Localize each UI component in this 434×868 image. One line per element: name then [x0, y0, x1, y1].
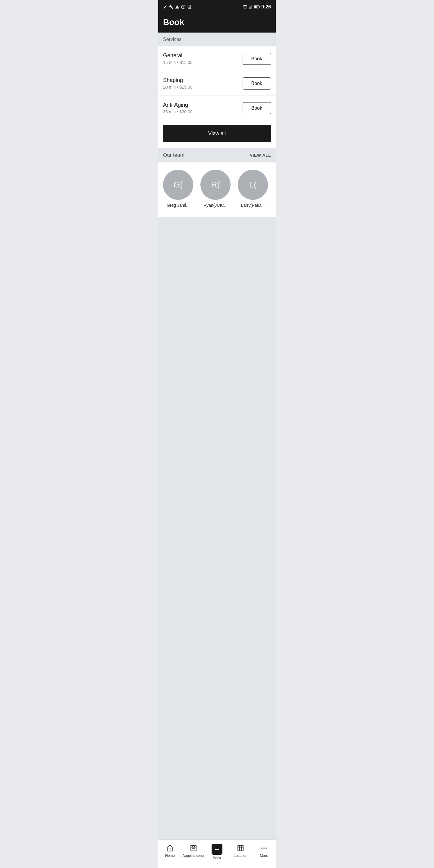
edit-icon [163, 5, 167, 9]
svg-point-28 [264, 847, 265, 849]
svg-rect-6 [249, 7, 249, 9]
bottom-navigation: Home Appointments Book [158, 839, 276, 868]
service-details-general: 15 min • $15.00 [163, 60, 193, 65]
svg-point-27 [261, 847, 262, 849]
team-member-greg[interactable]: G( Greg Jami... [163, 170, 193, 208]
svg-point-29 [266, 847, 267, 849]
book-button-general[interactable]: Book [243, 53, 271, 65]
nav-label-location: Location [234, 854, 247, 858]
wifi-icon [243, 5, 247, 9]
nav-item-appointments[interactable]: Appointments [182, 842, 205, 862]
view-all-services-button[interactable]: View all [163, 125, 271, 142]
more-icon [260, 844, 268, 852]
nav-label-appointments: Appointments [182, 854, 204, 858]
member-name-larry: Larry(FatD... [241, 203, 265, 208]
nav-label-more: More [260, 854, 268, 858]
svg-point-1 [183, 6, 184, 7]
avatar-ryan: R( [200, 170, 230, 200]
battery-icon [254, 5, 260, 9]
team-member-ryan[interactable]: R( Ryan(JUIC... [200, 170, 230, 208]
svg-rect-4 [190, 7, 190, 7]
time-display: 9:26 [261, 4, 271, 10]
nav-item-more[interactable]: More [252, 842, 276, 862]
book-button-shaping[interactable]: Book [243, 78, 271, 90]
svg-rect-2 [188, 5, 190, 9]
avatar-greg: G( [163, 170, 193, 200]
location-icon [236, 844, 245, 852]
team-view-all-link[interactable]: VIEW ALL [250, 153, 271, 158]
page-title: Book [163, 18, 271, 27]
nav-item-location[interactable]: Location [229, 842, 252, 862]
svg-rect-11 [259, 6, 260, 7]
signal-icon [249, 5, 253, 9]
svg-rect-5 [189, 7, 190, 8]
service-name-general: General [163, 53, 193, 59]
book-button-antiaging[interactable]: Book [243, 102, 271, 114]
svg-rect-22 [238, 845, 243, 851]
sim-icon [187, 5, 191, 9]
wrench-icon [169, 5, 173, 9]
plus-icon [212, 844, 222, 855]
team-members-list: G( Greg Jami... R( Ryan(JUIC... L( Larry… [158, 162, 276, 217]
member-name-greg: Greg Jami... [167, 203, 190, 208]
svg-rect-9 [251, 5, 252, 9]
service-item-shaping: Shaping 20 min • $15.00 Book [158, 71, 276, 96]
home-icon [166, 844, 174, 852]
team-member-larry[interactable]: L( Larry(FatD... [238, 170, 268, 208]
appointments-icon [189, 844, 198, 852]
nav-item-book[interactable]: Book [205, 842, 229, 862]
status-bar: 9:26 [158, 0, 276, 13]
service-info-shaping: Shaping 20 min • $15.00 [163, 77, 193, 90]
member-name-ryan: Ryan(JUIC... [204, 203, 227, 208]
services-section-header: Services [158, 33, 276, 46]
circle-dot-icon [181, 5, 185, 9]
avatar-larry: L( [238, 170, 268, 200]
service-details-antiaging: 35 min • $30.00 [163, 110, 193, 114]
service-info-general: General 15 min • $15.00 [163, 53, 193, 65]
service-name-shaping: Shaping [163, 77, 193, 84]
service-item-antiaging: Anti-Aging 35 min • $30.00 Book [158, 96, 276, 120]
status-icons-left [163, 5, 191, 9]
svg-rect-7 [250, 7, 250, 9]
service-item-general: General 15 min • $15.00 Book [158, 46, 276, 71]
service-details-shaping: 20 min • $15.00 [163, 85, 193, 90]
svg-rect-8 [250, 6, 251, 9]
team-label: Our team [163, 152, 184, 158]
service-name-antiaging: Anti-Aging [163, 102, 193, 108]
services-list: General 15 min • $15.00 Book Shaping 20 … [158, 46, 276, 120]
svg-rect-3 [189, 7, 189, 7]
page-header: Book [158, 13, 276, 33]
service-info-antiaging: Anti-Aging 35 min • $30.00 [163, 102, 193, 114]
nav-item-home[interactable]: Home [158, 842, 182, 862]
status-icons-right: 9:26 [243, 4, 271, 10]
warning-icon [175, 5, 179, 9]
team-section-header: Our team VIEW ALL [158, 148, 276, 162]
nav-label-home: Home [165, 854, 175, 858]
content-area [158, 217, 276, 839]
svg-rect-12 [254, 6, 257, 8]
view-all-container: View all [158, 120, 276, 148]
nav-label-book: Book [213, 856, 221, 860]
